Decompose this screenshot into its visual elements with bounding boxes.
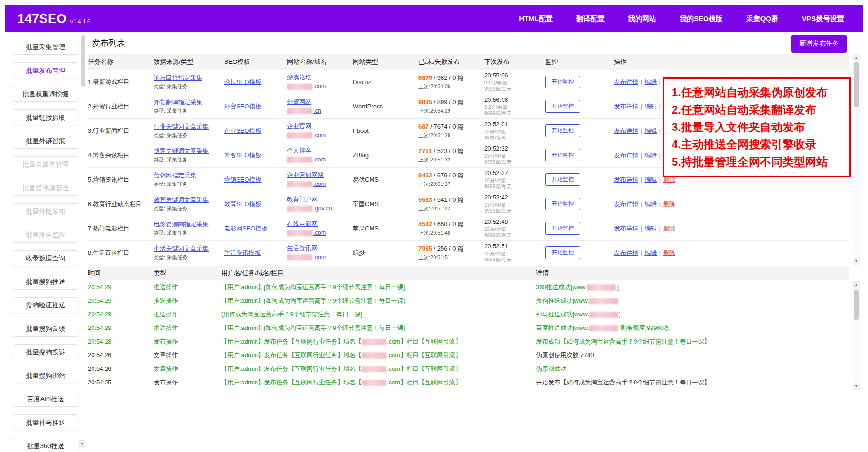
sidebar-item[interactable]: 批量搜狗投诉	[13, 344, 78, 360]
publish-detail-link[interactable]: 发布详情	[614, 200, 638, 207]
publish-detail-link[interactable]: 发布详情	[614, 127, 638, 134]
source-link[interactable]: 教育关键词文章采集	[154, 196, 209, 203]
sidebar-item[interactable]: 批量搜狗推送	[13, 274, 78, 290]
seo-template-link[interactable]: 博客SEO模板	[224, 152, 261, 159]
edit-link[interactable]: 编辑	[644, 200, 657, 207]
scroll-down-icon[interactable]: ▼	[853, 258, 860, 265]
pending-failed-count: / 541 / 0 篇	[432, 196, 464, 203]
start-monitor-button[interactable]: 开始监控	[545, 76, 580, 88]
seo-template-link[interactable]: 论坛SEO模板	[224, 78, 261, 85]
daily-limit: 9999篇/每天	[484, 208, 542, 215]
edit-link[interactable]: 编辑	[644, 78, 657, 85]
sidebar-item[interactable]: 批量外链留痕	[13, 133, 78, 149]
edit-link[interactable]: 编辑	[644, 249, 657, 256]
source-link[interactable]: 论坛回答指定采集	[154, 74, 202, 81]
scroll-up-icon[interactable]: ▲	[853, 54, 860, 61]
last-publish-time: 上次:20:51:42	[418, 205, 481, 212]
annotation-line: 3.批量导入文件夹自动发布	[672, 118, 842, 136]
sidebar-item[interactable]: 批量权重词挖掘	[13, 86, 78, 102]
publish-detail-link[interactable]: 发布详情	[614, 78, 638, 85]
sidebar-item[interactable]: 批量搜狗绑站	[13, 368, 78, 383]
publish-detail-link[interactable]: 发布详情	[614, 152, 638, 159]
start-monitor-button[interactable]: 开始监控	[545, 173, 580, 186]
scroll-down-icon[interactable]: ▼	[853, 383, 860, 390]
publish-detail-link[interactable]: 发布详情	[614, 225, 638, 232]
site-name-link[interactable]: 企业营销网站	[287, 171, 324, 178]
site-name-link[interactable]: 游戏论坛	[287, 74, 311, 81]
seo-template-link[interactable]: 电影网SEO模板	[224, 225, 267, 232]
delete-link[interactable]: 删除	[663, 200, 675, 207]
start-monitor-button[interactable]: 开始监控	[545, 246, 580, 259]
seo-template-link[interactable]: 教育SEO模板	[224, 200, 261, 207]
daily-limit: 9999篇/每天	[484, 110, 542, 117]
seo-template-link[interactable]: 企业SEO模板	[224, 127, 261, 134]
nav-item[interactable]: HTML配置	[519, 15, 553, 23]
publish-detail-link[interactable]: 发布详情	[614, 176, 638, 183]
site-name-link[interactable]: 外贸网站	[287, 98, 311, 105]
log-detail: 百度推送成功[www.]剩余额度:99960条	[536, 324, 849, 332]
feature-annotation: 1.任意网站自动采集伪原创发布2.任意网站自动采集翻译发布3.批量导入文件夹自动…	[663, 77, 851, 177]
source-link[interactable]: 行业关键词文章采集	[154, 123, 209, 130]
separator: |	[659, 152, 660, 159]
publish-detail-link[interactable]: 发布详情	[614, 103, 638, 110]
pending-failed-count: / 256 / 0 篇	[432, 245, 464, 252]
publish-detail-link[interactable]: 发布详情	[614, 249, 638, 256]
sidebar-item[interactable]: 百度API推送	[13, 391, 78, 407]
edit-link[interactable]: 编辑	[644, 225, 657, 232]
site-name-link[interactable]: 教育门户网	[287, 196, 318, 203]
table-scroll-track[interactable]	[853, 61, 860, 258]
log-type: 推送操作	[154, 310, 221, 319]
sidebar-item[interactable]: 搜狗验证推送	[13, 297, 78, 313]
site-name-link[interactable]: 生活资讯网	[287, 245, 318, 252]
nav-item[interactable]: 采集QQ群	[746, 15, 778, 23]
app-logo: 147SEO	[17, 12, 67, 26]
scroll-down-icon[interactable]: ▼	[79, 440, 85, 447]
nav-item[interactable]: VPS拨号设置	[802, 15, 844, 23]
edit-link[interactable]: 编辑	[644, 103, 657, 110]
source-link[interactable]: 电影资源网指定采集	[154, 221, 209, 228]
nav-item[interactable]: 我的SEO模版	[680, 15, 723, 23]
source-link[interactable]: 营销网指定采集	[154, 172, 196, 179]
sidebar-item[interactable]: 收录数据查询	[13, 250, 78, 266]
nav-item[interactable]: 我的网站	[628, 15, 656, 23]
site-name-link[interactable]: 个人博客	[287, 147, 311, 154]
log-time: 20:54:26	[88, 365, 154, 372]
column-header: 监控	[545, 58, 614, 66]
edit-link[interactable]: 编辑	[644, 152, 657, 159]
new-publish-task-button[interactable]: 新增发布任务	[791, 35, 847, 53]
redacted-text	[362, 352, 386, 359]
sidebar-item[interactable]: 批量采集管理	[13, 39, 78, 55]
start-monitor-button[interactable]: 开始监控	[545, 100, 580, 113]
nav-item[interactable]: 翻译配置	[576, 15, 604, 23]
start-monitor-button[interactable]: 开始监控	[545, 124, 580, 137]
source-link[interactable]: 生活关键词文章采集	[154, 245, 209, 252]
sidebar-item[interactable]: 批量链接抓取	[13, 109, 78, 125]
seo-template-link[interactable]: 营销SEO模板	[224, 176, 261, 183]
log-scrollbar[interactable]: ▲ ▼	[852, 281, 860, 390]
start-monitor-button[interactable]: 开始监控	[545, 198, 580, 210]
start-monitor-button[interactable]: 开始监控	[545, 222, 580, 235]
start-monitor-button[interactable]: 开始监控	[545, 149, 580, 161]
app-window: 147SEO v1.4.1.6 HTML配置翻译配置我的网站我的SEO模版采集Q…	[0, 0, 868, 452]
edit-link[interactable]: 编辑	[644, 127, 657, 134]
seo-template-link[interactable]: 外贸SEO模板	[224, 103, 261, 110]
seo-template-link[interactable]: 生活资讯模板	[224, 249, 261, 256]
edit-link[interactable]: 编辑	[644, 176, 657, 183]
sidebar-scrollbar[interactable]: ▼	[81, 33, 85, 447]
delete-link[interactable]: 删除	[663, 249, 675, 256]
table-scrollbar[interactable]: ▲ ▼	[852, 54, 860, 265]
source-link[interactable]: 博客关键词文章采集	[154, 147, 209, 154]
delete-link[interactable]: 删除	[663, 225, 675, 232]
log-scroll-track[interactable]	[853, 289, 860, 383]
sidebar-scroll-thumb[interactable]	[81, 35, 85, 87]
sidebar-item[interactable]: 批量搜狗反馈	[13, 321, 78, 337]
scroll-up-icon[interactable]: ▲	[853, 282, 860, 289]
table-scroll-thumb[interactable]	[854, 62, 859, 107]
sidebar-item[interactable]: 批量发布管理	[13, 62, 78, 78]
log-scroll-thumb[interactable]	[854, 290, 859, 320]
sidebar-item[interactable]: 批量神马推送	[13, 414, 78, 430]
site-name-link[interactable]: 企业官网	[287, 123, 311, 130]
sidebar-item[interactable]: 批量360推送	[13, 438, 78, 452]
site-name-link[interactable]: 在线电影网	[287, 220, 318, 227]
source-link[interactable]: 外贸翻译指定采集	[154, 99, 202, 106]
